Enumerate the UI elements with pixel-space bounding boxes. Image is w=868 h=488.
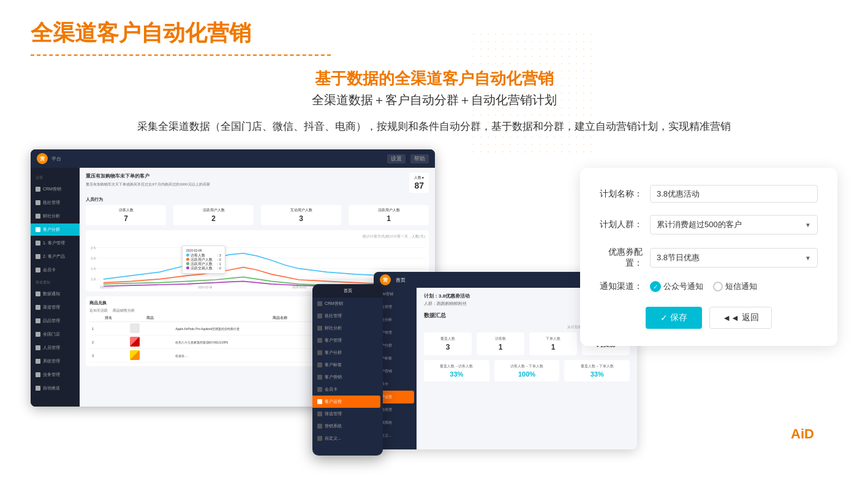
dashboard-sidebar: 运营 CRM营销 批社管理 财社分析 客户分群 bbox=[31, 168, 80, 407]
stat-convert: 活跃用户人数 1 bbox=[349, 205, 429, 225]
sidebar-section-label: 运营 bbox=[31, 173, 80, 182]
rate-visitor-order-label: 访客人数→下单人数 bbox=[499, 364, 555, 369]
channel-wechat[interactable]: ✓ 公众号通知 bbox=[650, 281, 703, 292]
settings-row-segment: 计划人群： 累计消费超过500的客户 ▼ bbox=[600, 215, 818, 235]
filter-type[interactable]: 商品销售分析 bbox=[113, 309, 135, 313]
sidebar-item-door[interactable]: 全国门店 bbox=[31, 328, 80, 340]
sidebar-item-3[interactable]: 会员卡 bbox=[31, 264, 80, 276]
stat-interactive-value: 3 bbox=[267, 214, 335, 223]
sidebar-item-social[interactable]: 批社管理 bbox=[31, 197, 80, 209]
settings-name-input[interactable] bbox=[650, 185, 818, 203]
nav-segment-icon bbox=[317, 350, 322, 355]
page-title: 全渠道客户自动化营销 bbox=[31, 18, 837, 48]
settings-segment-select[interactable]: 累计消费超过500的客户 ▼ bbox=[650, 215, 818, 235]
sidebar-item3-label: 会员卡 bbox=[43, 267, 56, 273]
settings-coupon-label: 优惠券配置： bbox=[600, 247, 643, 269]
topbar-buttons: 设置 帮助 bbox=[387, 154, 429, 163]
mobile-nav-operations[interactable]: 客户运营 bbox=[312, 396, 380, 408]
data-icon bbox=[36, 291, 40, 296]
people-icon bbox=[36, 345, 40, 350]
campaign-app-name: 首页 bbox=[396, 277, 406, 283]
nav-filter-label: 筛选管理 bbox=[325, 411, 342, 417]
settings-panel: 计划名称： 计划人群： 累计消费超过500的客户 ▼ 优惠券配置： 3.8节日优… bbox=[580, 168, 837, 346]
back-icon: ◄◄ bbox=[722, 313, 739, 323]
svg-text:2.5: 2.5 bbox=[91, 246, 96, 250]
mobile-nav-membership[interactable]: 会员卡 bbox=[312, 383, 383, 396]
settings-name-label: 计划名称： bbox=[600, 189, 643, 200]
sidebar-item-crm[interactable]: CRM营销 bbox=[31, 183, 80, 195]
tooltip-date: 2020-03-08 bbox=[186, 249, 221, 252]
dot-decoration bbox=[470, 31, 592, 153]
mobile-nav-batch[interactable]: 批社管理 bbox=[312, 310, 383, 322]
sidebar-item-finance[interactable]: 财社分析 bbox=[31, 210, 80, 222]
nav-operations-label: 客户运营 bbox=[325, 399, 342, 405]
channel-options: ✓ 公众号通知 短信通知 bbox=[650, 281, 757, 292]
help-btn[interactable]: 帮助 bbox=[410, 154, 429, 163]
auto-icon bbox=[36, 386, 40, 391]
mobile-nav-customers[interactable]: 客户管理 bbox=[312, 334, 383, 347]
svg-text:2020-03-07: 2020-03-07 bbox=[100, 286, 115, 289]
sidebar-item-biz[interactable]: 业务管理 bbox=[31, 369, 80, 381]
sidebar-item-product[interactable]: 品品管理 bbox=[31, 315, 80, 327]
col-img: 商品 bbox=[127, 315, 173, 322]
sidebar-item-customer[interactable]: 客户分群 bbox=[31, 223, 80, 236]
sidebar-item-1[interactable]: 1. 客户管理 bbox=[31, 237, 80, 249]
back-button[interactable]: ◄◄ 返回 bbox=[709, 307, 772, 329]
channel-wechat-checkbox[interactable]: ✓ bbox=[650, 281, 661, 292]
logo-icon: 营 bbox=[37, 153, 48, 164]
dash-page-title: 重压有加购物车未下单的客户 bbox=[86, 173, 210, 179]
sidebar-item-channel[interactable]: 渠道管理 bbox=[31, 301, 80, 313]
stat-visitors-value: 7 bbox=[92, 214, 160, 223]
sidebar-item-people[interactable]: 人员管理 bbox=[31, 342, 80, 354]
rate-visitor-order: 访客人数→下单人数 100% bbox=[494, 360, 560, 381]
item1-icon bbox=[36, 241, 40, 246]
item3-icon bbox=[36, 268, 40, 272]
stat-visitors-label: 访客人数 bbox=[92, 208, 160, 213]
metric-visitors-value: 1 bbox=[481, 343, 519, 351]
rate-coverage-visitor-label: 覆盖人数→访客人数 bbox=[429, 364, 485, 369]
channel-sms-radio[interactable] bbox=[713, 282, 723, 291]
mobile-nav-system[interactable]: 营销系统 bbox=[312, 420, 383, 432]
sidebar-item-auto[interactable]: 自动推送 bbox=[31, 382, 80, 394]
sidebar-item-2[interactable]: 2. 客户产品 bbox=[31, 250, 80, 263]
settings-coupon-select[interactable]: 3.8节日优惠 ▼ bbox=[650, 248, 818, 268]
settings-channel-label: 通知渠道： bbox=[600, 281, 643, 292]
sidebar-item-data[interactable]: 数据通知 bbox=[31, 288, 80, 300]
filter-time[interactable]: 近30天活跃 bbox=[89, 309, 108, 313]
sub-headline-h2: 基于数据的全渠道客户自动化营销 bbox=[31, 68, 837, 89]
aid-badge: AiD bbox=[786, 425, 819, 443]
nav-custom-icon bbox=[317, 436, 322, 441]
sidebar-biz-label: 业务管理 bbox=[43, 372, 60, 378]
mobile-nav-crm[interactable]: CRM营销 bbox=[312, 298, 383, 310]
sidebar-item-sys[interactable]: 系统管理 bbox=[31, 355, 80, 367]
nav-custom-label: 自定义... bbox=[325, 435, 341, 441]
mobile-nav-tags[interactable]: 客户标签 bbox=[312, 359, 383, 371]
nav-system-label: 营销系统 bbox=[325, 423, 342, 429]
save-button[interactable]: ✓ 保存 bbox=[646, 307, 702, 329]
mobile-nav-filter[interactable]: 筛选管理 bbox=[312, 408, 383, 420]
stat-interactive-label: 互动用户人数 bbox=[267, 208, 335, 213]
mobile-nav-custom[interactable]: 自定义... bbox=[312, 432, 383, 445]
mobile-nav-finance[interactable]: 财社分析 bbox=[312, 322, 383, 334]
item2-icon bbox=[36, 254, 40, 259]
channel-sms[interactable]: 短信通知 bbox=[713, 281, 757, 292]
people-badge: 人数● 87 bbox=[409, 173, 429, 193]
nav-crm-icon bbox=[317, 301, 322, 306]
sub-headline: 基于数据的全渠道客户自动化营销 全渠道数据＋客户自动分群＋自动化营销计划 bbox=[31, 68, 837, 108]
mobile-topbar-title: 首页 bbox=[344, 288, 352, 294]
settings-buttons: ✓ 保存 ◄◄ 返回 bbox=[600, 307, 818, 329]
app-name: 平台 bbox=[51, 156, 61, 162]
mobile-nav-marketing[interactable]: 客户营销 bbox=[312, 371, 383, 383]
sidebar-auto-label: 自动推送 bbox=[43, 385, 60, 391]
rate-coverage-order: 覆盖人数→下单人数 33% bbox=[564, 360, 630, 381]
channel-icon bbox=[36, 305, 40, 310]
mobile-nav-segment[interactable]: 客户分群 bbox=[312, 347, 383, 359]
dashboard-topbar: 营 平台 设置 帮助 bbox=[31, 149, 435, 168]
setting-btn[interactable]: 设置 bbox=[387, 154, 406, 163]
finance-icon bbox=[36, 214, 40, 219]
settings-coupon-arrow: ▼ bbox=[805, 255, 811, 261]
nav-segment-label: 客户分群 bbox=[325, 350, 342, 356]
crm-icon bbox=[36, 187, 40, 192]
save-label: 保存 bbox=[670, 312, 687, 323]
stat-visitors: 访客人数 7 bbox=[86, 205, 166, 225]
